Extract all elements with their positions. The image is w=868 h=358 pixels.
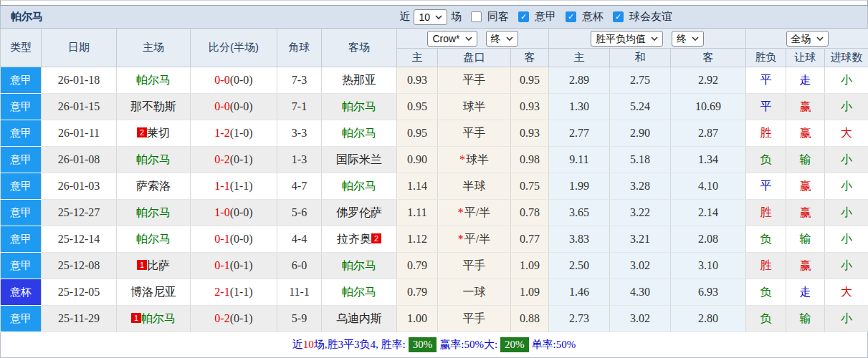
ah-away-odds-cell: 0.75 — [511, 173, 549, 200]
halftime-score: (0-0) — [230, 206, 253, 218]
ah-away-odds-cell: 1.09 — [511, 279, 549, 306]
result-cell: 平 — [746, 67, 786, 94]
rank-badge: 2 — [371, 233, 381, 243]
ah-home-odds-cell: 1.14 — [397, 173, 438, 200]
star-icon: * — [459, 153, 465, 165]
odds-home-cell: 1.46 — [549, 279, 610, 306]
subheader-odds-draw: 和 — [610, 49, 671, 67]
odds-draw-cell: 3.21 — [610, 226, 671, 253]
fulltime-score: 0-1 — [214, 233, 229, 245]
ah-home-odds-cell: 0.90 — [397, 147, 438, 173]
checkbox-same-away-label: 同客 — [487, 10, 509, 24]
odds-time-select[interactable]: 终 — [672, 31, 704, 47]
ah-home-odds-cell: 0.79 — [397, 253, 438, 279]
handicap-time-select[interactable]: 终 — [486, 31, 518, 47]
checkbox-coppa-italia-label: 意杯 — [582, 10, 604, 24]
team-title: 帕尔马 — [11, 10, 43, 24]
score-cell: 0-2(0-1) — [191, 306, 277, 332]
league-badge: 意甲 — [1, 226, 41, 252]
ah-away-odds-cell: 0.78 — [511, 200, 549, 226]
ah-line-cell: 平手 — [438, 253, 511, 279]
corners-cell: 3-3 — [277, 120, 322, 147]
home-team-cell: 1帕尔马 — [117, 306, 191, 332]
score-cell: 1-1(1-1) — [191, 173, 277, 200]
goals-result-cell: 小 — [825, 306, 868, 332]
odds-draw-cell: 3.02 — [610, 306, 671, 332]
odds-away-cell: 1.34 — [671, 147, 746, 173]
ah-line-cell: 一球 — [438, 279, 511, 306]
ah-result-cell: 输 — [786, 147, 825, 173]
col-header-score: 比分(半场) — [191, 29, 277, 67]
team-name: 帕尔马 — [136, 74, 171, 86]
subheader-goals: 进球数 — [825, 49, 868, 67]
team-name: 博洛尼亚 — [130, 286, 176, 298]
footer-over-label: 大: — [484, 338, 497, 352]
subheader-ah-result: 让球 — [786, 49, 825, 67]
halftime-score: (0-1) — [230, 153, 253, 165]
handicap-group-header: Crow* 终 — [397, 29, 549, 49]
footer-ah-win-value: 50% — [464, 339, 484, 351]
ah-result-cell: 走 — [786, 67, 825, 94]
ah-home-odds-cell: 0.95 — [397, 94, 438, 120]
ah-away-odds-cell: 0.93 — [511, 120, 549, 147]
goals-result-cell: 小 — [825, 94, 868, 120]
odds-avg-select[interactable]: 胜平负均值 — [591, 31, 663, 47]
away-team-cell: 热那亚 — [322, 67, 397, 94]
ah-away-odds-cell: 0.77 — [511, 226, 549, 253]
checkbox-serie-a[interactable] — [518, 11, 529, 22]
fulltime-score: 1-0 — [214, 206, 229, 218]
date-cell: 25-12-08 — [42, 253, 117, 279]
fulltime-score: 1-1 — [214, 180, 229, 192]
checkbox-same-away[interactable] — [471, 11, 482, 22]
home-team-cell: 1比萨 — [117, 253, 191, 279]
ah-line-cell: *球半 — [438, 147, 511, 173]
fulltime-score: 0-2 — [214, 153, 229, 165]
games-label: 场 — [451, 10, 462, 24]
result-cell: 平 — [746, 173, 786, 200]
corners-cell: 6-0 — [277, 253, 322, 279]
recent-count-select[interactable]: 10 — [414, 9, 447, 25]
odds-group-header: 胜平负均值 终 — [549, 29, 746, 49]
top-strip — [0, 0, 868, 6]
halftime-score: (1-1) — [230, 180, 253, 192]
away-team-cell: 帕尔马 — [322, 120, 397, 147]
team-name: 乌迪内斯 — [336, 312, 382, 324]
halftime-score: (0-1) — [230, 312, 253, 324]
halftime-score: (0-1) — [230, 259, 253, 271]
checkbox-coppa-italia[interactable] — [566, 11, 576, 22]
scope-select[interactable]: 全场 — [786, 31, 829, 47]
ah-result-cell: 走 — [786, 279, 825, 306]
col-header-date: 日期 — [42, 29, 117, 67]
fulltime-score: 0-1 — [214, 259, 229, 271]
team-name: 热那亚 — [342, 74, 376, 86]
team-name: 帕尔马 — [141, 312, 176, 324]
result-cell: 胜 — [746, 253, 786, 279]
away-team-cell: 拉齐奥2 — [322, 226, 397, 253]
team-name: 拉齐奥 — [337, 233, 371, 245]
date-cell: 26-01-03 — [42, 173, 117, 200]
odds-home-cell: 1.30 — [549, 94, 610, 120]
subheader-result: 胜负 — [746, 49, 786, 67]
odds-away-cell: 2.92 — [671, 67, 746, 94]
home-team-cell: 2莱切 — [117, 120, 191, 147]
date-cell: 26-01-08 — [42, 147, 117, 173]
halftime-score: (0-0) — [230, 100, 253, 112]
goals-result-cell: 小 — [825, 253, 868, 279]
score-cell: 0-1(0-0) — [191, 226, 277, 253]
table-row: 意甲 26-01-11 2莱切 1-2(1-0) 3-3 帕尔马 0.95 平手… — [1, 120, 868, 147]
ah-away-odds-cell: 0.98 — [511, 147, 549, 173]
bookmaker-select[interactable]: Crow* — [427, 31, 477, 47]
checkbox-club-friendly[interactable] — [613, 11, 624, 22]
halftime-score: (1-1) — [230, 286, 253, 298]
ah-line-cell: 平手 — [438, 120, 511, 147]
rank-badge: 1 — [137, 260, 147, 270]
chevron-down-icon — [692, 37, 699, 41]
team-name: 萨索洛 — [136, 180, 171, 192]
table-row: 意甲 25-12-14 帕尔马 0-1(0-0) 4-4 拉齐奥2 1.12 *… — [1, 226, 868, 253]
league-type-cell: 意甲 — [1, 306, 42, 332]
star-icon: * — [458, 233, 464, 245]
odds-away-cell: 2.87 — [671, 120, 746, 147]
result-group-header: 全场 — [746, 29, 868, 49]
odds-time-select-value: 终 — [677, 32, 687, 45]
fulltime-score: 0-0 — [214, 74, 229, 86]
